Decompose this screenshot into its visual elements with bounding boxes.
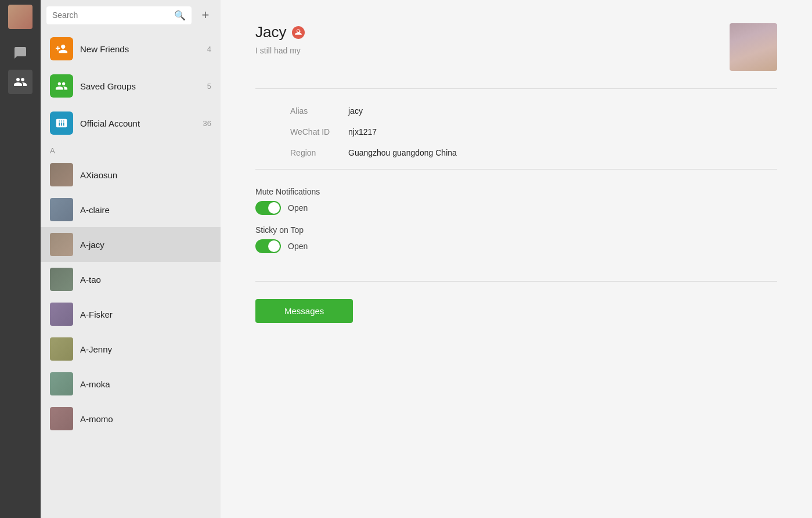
avatar-a-fisker <box>50 303 73 326</box>
official-account-item[interactable]: Official Account 36 <box>41 105 221 142</box>
contact-item-a-fisker[interactable]: A-Fisker <box>41 297 221 332</box>
add-contact-button[interactable]: + <box>196 6 215 24</box>
mute-notifications-setting: Mute Notifications Open <box>255 187 777 215</box>
wechat-id-row: WeChat ID njx1217 <box>290 121 742 142</box>
region-value: Guangzhou guangdong China <box>348 148 457 157</box>
contact-name-a-jenny: A-Jenny <box>80 344 112 354</box>
contact-name-a-moka: A-moka <box>80 379 110 389</box>
contact-panel: 🔍 + New Friends 4 Saved Groups 5 Officia… <box>41 0 221 518</box>
alias-label: Alias <box>290 106 348 116</box>
avatar-a-momo <box>50 407 73 430</box>
official-account-label: Official Account <box>80 118 203 128</box>
mute-toggle-row: Open <box>255 201 777 215</box>
user-avatar[interactable] <box>8 5 33 29</box>
avatar-axiaosun <box>50 163 73 186</box>
main-panel: Jacy I still had my Alias jacy WeChat ID… <box>221 0 812 518</box>
contact-item-a-tao[interactable]: A-tao <box>41 262 221 297</box>
profile-name-row: Jacy <box>255 23 305 41</box>
avatar-a-jacy <box>50 233 73 256</box>
new-friends-icon <box>50 37 73 60</box>
contact-item-a-jacy[interactable]: A-jacy <box>41 227 221 262</box>
profile-section: Jacy I still had my <box>221 0 812 88</box>
profile-status: I still had my <box>255 46 305 55</box>
sticky-toggle-row: Open <box>255 239 777 253</box>
settings-section: Mute Notifications Open Sticky on Top Op… <box>221 175 812 275</box>
search-icon: 🔍 <box>174 10 186 21</box>
divider-2 <box>255 281 777 282</box>
profile-photo <box>730 23 777 71</box>
saved-groups-label: Saved Groups <box>80 81 207 91</box>
sticky-top-setting: Sticky on Top Open <box>255 225 777 253</box>
alias-row: Alias jacy <box>290 100 742 121</box>
sticky-toggle[interactable] <box>255 239 281 253</box>
sticky-top-label: Sticky on Top <box>255 225 777 235</box>
contact-name-axiaosun: AXiaosun <box>80 170 117 180</box>
search-bar: 🔍 + <box>41 0 221 30</box>
contact-item-a-jenny[interactable]: A-Jenny <box>41 332 221 366</box>
saved-groups-badge: 5 <box>207 82 211 91</box>
contact-name-a-momo: A-momo <box>80 414 113 424</box>
saved-groups-item[interactable]: Saved Groups 5 <box>41 67 221 105</box>
official-account-badge: 36 <box>203 119 211 128</box>
contact-name-a-fisker: A-Fisker <box>80 310 113 319</box>
section-header-a: A <box>41 142 221 157</box>
gender-icon <box>292 26 305 39</box>
contact-name-a-jacy: A-jacy <box>80 240 104 250</box>
messages-button[interactable]: Messages <box>255 299 353 323</box>
divider-1 <box>255 169 777 170</box>
contact-name-a-tao: A-tao <box>80 275 101 285</box>
avatar-a-claire <box>50 198 73 221</box>
contact-list: AXiaosun A-claire A-jacy A-tao A-Fisker … <box>41 157 221 518</box>
alias-value: jacy <box>348 106 363 116</box>
sidebar-icons <box>0 0 41 518</box>
saved-groups-icon <box>50 74 73 98</box>
contact-item-axiaosun[interactable]: AXiaosun <box>41 157 221 192</box>
avatar-a-tao <box>50 268 73 291</box>
chat-nav-button[interactable] <box>8 41 33 65</box>
search-input[interactable] <box>52 10 171 20</box>
contact-item-a-claire[interactable]: A-claire <box>41 192 221 227</box>
wechat-id-value: njx1217 <box>348 127 377 136</box>
contact-item-a-moka[interactable]: A-moka <box>41 366 221 401</box>
contacts-nav-button[interactable] <box>8 70 33 94</box>
contact-item-a-momo[interactable]: A-momo <box>41 401 221 436</box>
official-account-icon <box>50 111 73 135</box>
sticky-toggle-knob <box>268 240 280 252</box>
profile-name: Jacy <box>255 23 286 41</box>
profile-left: Jacy I still had my <box>255 23 305 55</box>
info-section: Alias jacy WeChat ID njx1217 Region Guan… <box>255 88 777 163</box>
avatar-a-jenny <box>50 337 73 361</box>
mute-notifications-label: Mute Notifications <box>255 187 777 196</box>
contact-name-a-claire: A-claire <box>80 205 110 215</box>
mute-toggle[interactable] <box>255 201 281 215</box>
region-label: Region <box>290 148 348 157</box>
messages-btn-section: Messages <box>221 287 812 334</box>
new-friends-badge: 4 <box>207 45 211 53</box>
search-input-wrapper: 🔍 <box>46 6 192 24</box>
new-friends-item[interactable]: New Friends 4 <box>41 30 221 67</box>
wechat-id-label: WeChat ID <box>290 127 348 136</box>
sticky-toggle-text: Open <box>288 242 308 251</box>
new-friends-label: New Friends <box>80 44 207 54</box>
mute-toggle-text: Open <box>288 203 308 213</box>
region-row: Region Guangzhou guangdong China <box>290 142 742 163</box>
avatar-a-moka <box>50 372 73 395</box>
mute-toggle-knob <box>268 202 280 214</box>
